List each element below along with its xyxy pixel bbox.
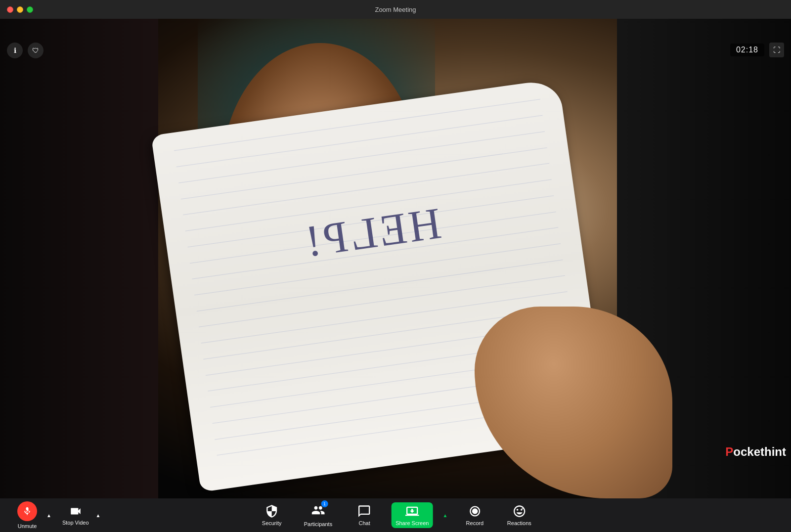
share-screen-caret[interactable]: ▲ [442,513,447,518]
maximize-button[interactable] [27,6,33,13]
stop-video-caret[interactable]: ▲ [96,513,101,518]
watermark: Pockethint [725,445,786,459]
top-right-controls: 02:18 ⛶ [730,43,784,57]
participants-label: Participants [304,521,332,527]
close-button[interactable] [7,6,13,13]
chat-button[interactable]: Chat [347,504,382,526]
security-icon [265,504,279,518]
share-screen-button[interactable]: Share Screen [392,502,433,528]
watermark-text: ockethint [733,445,786,458]
fullscreen-button[interactable]: ⛶ [769,43,784,57]
bg-dark-left [0,19,158,498]
info-icon: ℹ [14,46,16,54]
reactions-button[interactable]: + Reactions [502,504,536,526]
mic-icon [22,506,32,516]
record-label: Record [466,520,483,526]
unmute-caret[interactable]: ▲ [46,513,51,518]
video-area: HELP! ℹ 🛡 02:18 ⛶ Pockethint [0,19,791,498]
toolbar-left: Unmute ▲ Stop Video ▲ [10,501,100,529]
window-title: Zoom Meeting [375,6,416,13]
shield-button[interactable]: 🛡 [28,43,44,58]
hand [475,307,672,498]
toolbar-center: Security 1 Participants Chat Share Sc [255,502,537,528]
stop-video-label: Stop Video [62,520,89,526]
title-bar: Zoom Meeting [0,0,791,19]
video-scene: HELP! [0,19,791,498]
reactions-label: Reactions [507,520,531,526]
chat-icon [357,504,371,518]
svg-text:+: + [521,506,524,511]
share-screen-icon [405,504,419,518]
stop-video-button[interactable]: Stop Video [57,505,94,526]
traffic-lights [0,6,33,13]
shield-icon: 🛡 [32,46,39,54]
fullscreen-icon: ⛶ [773,46,780,54]
chat-label: Chat [359,520,370,526]
bottom-toolbar: Unmute ▲ Stop Video ▲ Security [0,498,791,532]
record-icon [468,504,482,518]
participants-icon-wrapper: 1 [311,503,325,519]
mute-icon-wrapper [17,501,37,521]
watermark-p: P [725,445,733,458]
video-background: HELP! [0,19,791,498]
security-label: Security [262,520,282,526]
video-icon-wrapper [69,505,82,518]
share-screen-label: Share Screen [396,520,429,526]
unmute-label: Unmute [18,523,37,529]
participants-button[interactable]: 1 Participants [299,503,337,527]
unmute-button[interactable]: Unmute [10,501,44,529]
security-button[interactable]: Security [255,504,289,526]
svg-point-2 [472,508,478,514]
info-button[interactable]: ℹ [7,43,23,58]
minimize-button[interactable] [17,6,23,13]
top-left-icons: ℹ 🛡 [7,43,44,58]
record-button[interactable]: Record [457,504,492,526]
reactions-icon: + [512,504,526,518]
meeting-timer: 02:18 [730,44,764,56]
participants-badge: 1 [321,500,328,507]
video-icon [69,505,82,518]
